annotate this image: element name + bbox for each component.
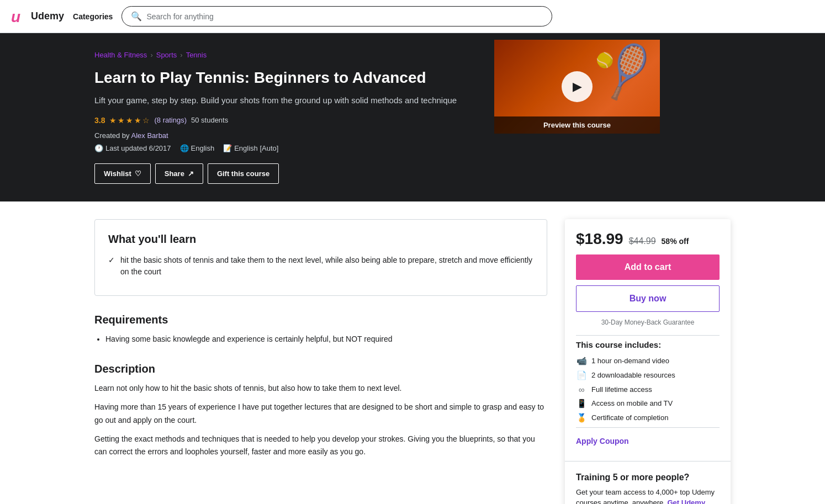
share-label: Share: [165, 169, 184, 178]
description-para-2: Getting the exact methods and techniques…: [94, 433, 547, 459]
gift-label: Gift this course: [217, 169, 269, 178]
learn-text-0: hit the basic shots of tennis and take t…: [120, 254, 533, 278]
breadcrumb-sep-2: ›: [180, 51, 182, 59]
search-bar: 🔍: [121, 6, 552, 26]
rating-row: 3.8 ★ ★ ★ ★ ☆ (8 ratings) 50 students: [94, 116, 481, 125]
rating-number: 3.8: [94, 116, 105, 125]
training-text: Get your team access to 4,000+ top Udemy…: [576, 487, 720, 504]
hero-section: Health & Fitness › Sports › Tennis Learn…: [0, 33, 825, 201]
include-lifetime: ∞ Full lifetime access: [576, 385, 720, 394]
include-mobile: 📱 Access on mobile and TV: [576, 399, 720, 408]
star-1: ★: [109, 116, 117, 125]
training-section: Training 5 or more people? Get your team…: [565, 461, 731, 504]
wishlist-button[interactable]: Wishlist ♡: [94, 163, 151, 184]
star-half: ☆: [142, 116, 150, 125]
sidebar-sticky: $18.99 $44.99 58% off Add to cart Buy no…: [565, 219, 731, 504]
language: 🌐 English: [180, 144, 215, 152]
categories-button[interactable]: Categories: [73, 12, 113, 21]
description-title: Description: [94, 363, 547, 375]
search-input[interactable]: [146, 12, 543, 21]
breadcrumb-tennis[interactable]: Tennis: [186, 51, 207, 59]
original-price: $44.99: [629, 236, 656, 246]
requirements-section: Requirements Having some basic knowlegde…: [94, 314, 547, 345]
price-section: $18.99 $44.99 58% off Add to cart Buy no…: [565, 219, 731, 461]
share-button[interactable]: Share ↗: [155, 163, 203, 184]
play-button[interactable]: ▶: [562, 71, 593, 102]
mobile-icon: 📱: [576, 399, 587, 408]
divider-2: [576, 427, 720, 428]
include-download-text: 2 downloadable resources: [591, 371, 675, 379]
preview-text: Preview this course: [494, 116, 660, 134]
logo[interactable]: u Udemy: [9, 7, 64, 26]
price-row: $18.99 $44.99 58% off: [576, 230, 720, 248]
preview-thumbnail[interactable]: 🎾 ▶ Preview this course: [494, 40, 660, 134]
breadcrumb-health[interactable]: Health & Fitness: [94, 51, 147, 59]
discount-badge: 58% off: [662, 237, 689, 246]
requirement-item-0: Having some basic knowlegde and experien…: [105, 333, 547, 345]
learn-box: What you'll learn ✓ hit the basic shots …: [94, 219, 547, 296]
header: u Udemy Categories 🔍: [0, 0, 825, 33]
stars: ★ ★ ★ ★ ☆: [109, 116, 150, 125]
apply-coupon-button[interactable]: Apply Coupon: [576, 432, 629, 450]
instructor-link[interactable]: Alex Barbat: [131, 131, 168, 140]
course-title: Learn to Play Tennis: Beginners to Advan…: [94, 68, 481, 88]
globe-icon: 🕐: [94, 144, 103, 152]
student-count: 50 students: [191, 116, 228, 124]
logo-text: Udemy: [31, 10, 64, 22]
created-by-label: Created by: [94, 131, 130, 140]
requirements-list: Having some basic knowlegde and experien…: [94, 333, 547, 345]
includes-title: This course includes:: [576, 340, 720, 349]
infinity-icon: ∞: [576, 385, 587, 394]
learn-title: What you'll learn: [108, 233, 533, 246]
gift-button[interactable]: Gift this course: [208, 163, 279, 184]
rating-count: (8 ratings): [154, 116, 187, 124]
captions-icon: 📝: [223, 144, 232, 152]
description-section: Description Learn not only how to hit th…: [94, 363, 547, 459]
certificate-icon: 🏅: [576, 413, 587, 423]
created-by: Created by Alex Barbat: [94, 131, 481, 140]
tennis-racket-decoration: 🎾: [592, 38, 662, 105]
guarantee-text: 30-Day Money-Back Guarantee: [576, 319, 720, 326]
training-title: Training 5 or more people?: [576, 473, 720, 482]
language-icon: 🌐: [180, 144, 189, 152]
hero-content: Health & Fitness › Sports › Tennis Learn…: [94, 51, 481, 184]
main-content: What you'll learn ✓ hit the basic shots …: [94, 219, 547, 476]
include-video: 📹 1 hour on-demand video: [576, 356, 720, 366]
include-video-text: 1 hour on-demand video: [591, 357, 669, 365]
description-para-0: Learn not only how to hit the basic shot…: [94, 382, 547, 395]
last-updated: 🕐 Last updated 6/2017: [94, 144, 171, 152]
breadcrumb-sports[interactable]: Sports: [156, 51, 177, 59]
star-4: ★: [134, 116, 141, 125]
divider-1: [576, 335, 720, 336]
captions: 📝 English [Auto]: [223, 144, 278, 152]
check-icon: ✓: [108, 256, 115, 264]
wishlist-label: Wishlist: [104, 169, 131, 178]
learn-item: ✓ hit the basic shots of tennis and take…: [108, 254, 533, 278]
svg-text:u: u: [11, 8, 20, 25]
requirements-title: Requirements: [94, 314, 547, 326]
include-download: 📄 2 downloadable resources: [576, 370, 720, 380]
star-3: ★: [126, 116, 133, 125]
include-lifetime-text: Full lifetime access: [591, 385, 652, 394]
heart-icon: ♡: [135, 169, 141, 178]
buy-now-button[interactable]: Buy now: [576, 285, 720, 312]
course-subtitle: Lift your game, step by step. Build your…: [94, 94, 481, 107]
include-certificate: 🏅 Certificate of completion: [576, 413, 720, 423]
add-to-cart-button[interactable]: Add to cart: [576, 254, 720, 280]
breadcrumb-sep-1: ›: [150, 51, 152, 59]
star-2: ★: [118, 116, 125, 125]
video-icon: 📹: [576, 356, 587, 366]
action-buttons: Wishlist ♡ Share ↗ Gift this course: [94, 163, 481, 184]
sidebar: $18.99 $44.99 58% off Add to cart Buy no…: [565, 219, 731, 504]
include-certificate-text: Certificate of completion: [591, 413, 668, 422]
description-para-1: Having more than 15 years of experience …: [94, 401, 547, 427]
main-layout: What you'll learn ✓ hit the basic shots …: [81, 201, 744, 504]
meta-row: 🕐 Last updated 6/2017 🌐 English 📝 Englis…: [94, 144, 481, 152]
current-price: $18.99: [576, 230, 623, 248]
include-mobile-text: Access on mobile and TV: [591, 399, 673, 407]
preview-card: 🎾 ▶ Preview this course: [494, 40, 660, 134]
search-icon: 🔍: [131, 11, 142, 22]
share-icon: ↗: [188, 169, 194, 178]
download-icon: 📄: [576, 370, 587, 380]
breadcrumb: Health & Fitness › Sports › Tennis: [94, 51, 481, 59]
